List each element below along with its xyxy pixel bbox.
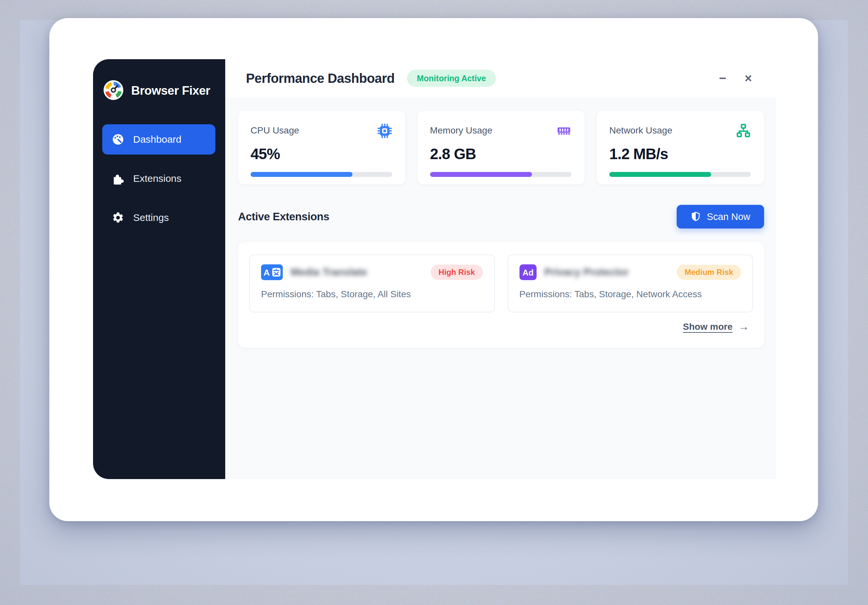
stats-row: CPU Usage 45%: [238, 111, 764, 185]
cpu-progress-track: [251, 172, 392, 177]
sidebar-nav: Dashboard Extensions: [102, 124, 215, 233]
gear-icon: [112, 211, 125, 224]
sidebar-item-dashboard[interactable]: Dashboard: [102, 124, 215, 155]
sidebar-item-settings[interactable]: Settings: [102, 203, 215, 233]
scan-now-label: Scan Now: [707, 211, 750, 222]
browser-fixer-logo-icon: [103, 79, 124, 102]
minimize-icon[interactable]: −: [719, 72, 726, 84]
app-frame: Browser Fixer Dashboard: [93, 59, 776, 479]
extension-name-blurred: Privacy Protector: [544, 266, 629, 278]
memory-progress-track: [430, 172, 572, 177]
stat-label: Memory Usage: [430, 125, 493, 136]
memory-progress-fill: [430, 172, 532, 177]
show-more-row: Show more →: [249, 321, 753, 333]
page-title: Performance Dashboard: [246, 71, 395, 86]
translate-extension-icon: A: [261, 264, 283, 280]
sidebar: Browser Fixer Dashboard: [93, 59, 225, 479]
risk-badge-high: High Risk: [431, 265, 483, 280]
shield-icon: [690, 211, 701, 222]
cpu-chip-icon: [377, 123, 392, 140]
main-panel: CPU Usage 45%: [225, 97, 776, 479]
extension-card-privacy-protector[interactable]: Ad Privacy Protector Medium Risk Permiss…: [508, 254, 753, 312]
sidebar-item-label: Extensions: [133, 173, 181, 184]
app-window: Browser Fixer Dashboard: [49, 18, 818, 521]
network-usage-card: Network Usage 1.2 MB/s: [597, 111, 764, 185]
close-icon[interactable]: ×: [745, 72, 752, 84]
section-title: Active Extensions: [238, 211, 329, 223]
stat-label: Network Usage: [609, 125, 672, 136]
memory-ram-icon: [556, 123, 572, 140]
svg-text:Ad: Ad: [522, 268, 533, 277]
scan-now-button[interactable]: Scan Now: [677, 205, 764, 228]
extensions-grid: A Media Translate High Risk Permissions:…: [249, 254, 753, 312]
cpu-progress-fill: [251, 172, 352, 177]
extension-permissions: Permissions: Tabs, Storage, All Sites: [261, 289, 483, 299]
extension-card-media-translate[interactable]: A Media Translate High Risk Permissions:…: [249, 254, 495, 312]
header: Performance Dashboard Monitoring Active …: [225, 59, 776, 97]
brand: Browser Fixer: [102, 79, 215, 102]
stat-value: 1.2 MB/s: [609, 145, 751, 163]
arrow-right-icon[interactable]: →: [738, 321, 749, 333]
extensions-panel: A Media Translate High Risk Permissions:…: [238, 242, 764, 348]
active-extensions-header-row: Active Extensions Scan Now: [238, 205, 764, 228]
network-progress-fill: [609, 172, 711, 177]
extension-name-blurred: Media Translate: [291, 266, 367, 278]
monitoring-status-badge: Monitoring Active: [407, 70, 496, 87]
extension-permissions: Permissions: Tabs, Storage, Network Acce…: [519, 289, 741, 299]
dashboard-gauge-icon: [112, 133, 125, 146]
stat-value: 45%: [251, 145, 392, 163]
ad-extension-icon: Ad: [519, 264, 536, 280]
show-more-link[interactable]: Show more: [683, 321, 733, 332]
sidebar-item-extensions[interactable]: Extensions: [102, 163, 215, 194]
sidebar-item-label: Dashboard: [133, 134, 181, 145]
stat-value: 2.8 GB: [430, 145, 572, 163]
network-progress-track: [609, 172, 751, 177]
puzzle-piece-icon: [112, 172, 125, 185]
content-area: Performance Dashboard Monitoring Active …: [225, 59, 776, 479]
network-nodes-icon: [736, 123, 751, 140]
svg-text:A: A: [264, 268, 270, 278]
sidebar-item-label: Settings: [133, 212, 169, 223]
cpu-usage-card: CPU Usage 45%: [238, 111, 405, 185]
memory-usage-card: Memory Usage: [418, 111, 585, 185]
stat-label: CPU Usage: [251, 125, 299, 136]
window-controls: − ×: [719, 72, 752, 84]
risk-badge-medium: Medium Risk: [677, 265, 741, 280]
brand-title: Browser Fixer: [131, 84, 210, 98]
